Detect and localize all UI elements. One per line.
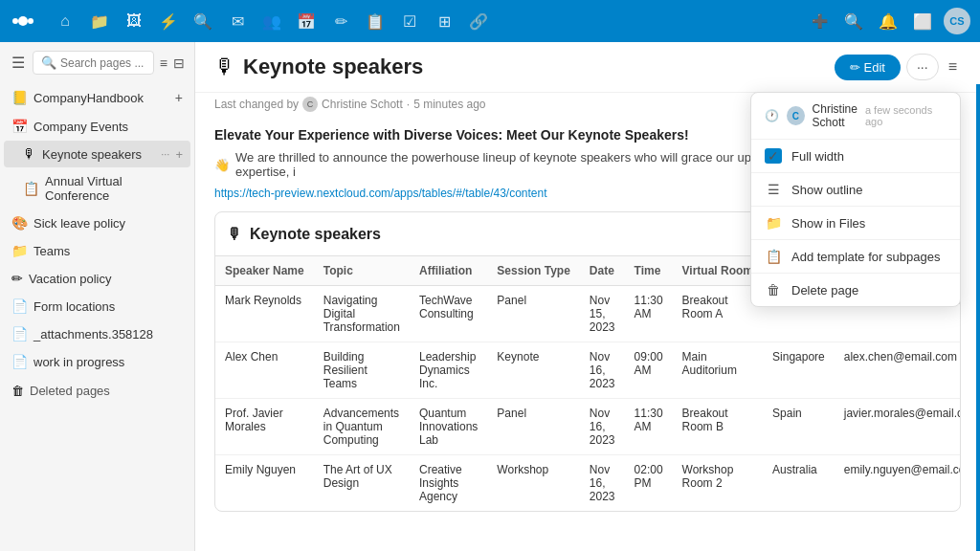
nav-search-icon[interactable]: 🔍 xyxy=(188,6,218,36)
edit-button-label: Edit xyxy=(864,60,885,75)
cell-8: javier.morales@email.com xyxy=(835,399,961,455)
dropdown-user-time: a few seconds ago xyxy=(865,104,947,127)
nav-mail-icon[interactable]: ✉ xyxy=(222,6,253,36)
sidebar-toggle-icon[interactable]: ☰ xyxy=(8,50,29,76)
sidebar-item-label: work in progress xyxy=(33,355,183,369)
sidebar-item-keynote-speakers[interactable]: 🎙 Keynote speakers ··· + xyxy=(4,141,190,167)
dropdown-full-width-label: Full width xyxy=(791,149,844,164)
cell-8: emily.nguyen@email.com xyxy=(835,455,961,512)
app-logo[interactable] xyxy=(8,6,38,36)
cell-1: Advancements in Quantum Computing xyxy=(314,399,410,455)
cell-0: Alex Chen xyxy=(215,342,314,399)
teams-icon: 📁 xyxy=(11,243,28,258)
sidebar-item-teams[interactable]: 📁 Teams xyxy=(4,237,190,264)
sidebar-sort-icon[interactable]: ≡ xyxy=(158,54,169,73)
nav-user-avatar[interactable]: CS xyxy=(942,6,972,36)
dropdown-item-show-in-files[interactable]: 📁 Show in Files xyxy=(751,207,960,239)
cell-6: Breakout Room A xyxy=(673,286,763,342)
nav-calendar-icon[interactable]: 📅 xyxy=(291,6,322,36)
pencil-icon: ✏ xyxy=(850,60,860,75)
cell-3: Keynote xyxy=(487,342,579,399)
options-dropdown: 🕐 C Christine Schott a few seconds ago ✓… xyxy=(750,92,961,307)
sidebar-item-label: Teams xyxy=(33,244,183,258)
sidebar-search-input[interactable] xyxy=(60,56,145,70)
col-date: Date xyxy=(580,256,625,286)
cell-5: 11:30 AM xyxy=(625,286,673,342)
nav-home-icon[interactable]: ⌂ xyxy=(50,6,80,36)
dropdown-item-full-width[interactable]: ✓ Full width xyxy=(751,140,960,172)
nav-files-icon[interactable]: 📁 xyxy=(84,6,115,36)
dropdown-user-avatar: C xyxy=(787,106,805,125)
nav-contacts-icon[interactable]: 👥 xyxy=(256,6,287,36)
nav-notes-icon[interactable]: ✏ xyxy=(325,6,356,36)
keynote-add-icon[interactable]: + xyxy=(175,147,183,162)
template-icon: 📋 xyxy=(765,249,782,264)
nav-grid-icon[interactable]: ⊞ xyxy=(429,6,459,36)
cell-2: Creative Insights Agency xyxy=(410,455,487,512)
nav-tasks-icon[interactable]: ☑ xyxy=(394,6,425,36)
notebook-icon: 📒 xyxy=(11,90,28,105)
col-virtual-room: Virtual Room xyxy=(673,256,763,286)
nav-link-icon[interactable]: 🔗 xyxy=(463,6,494,36)
cell-3: Panel xyxy=(487,399,579,455)
nav-search-right-icon[interactable]: 🔍 xyxy=(838,6,869,36)
more-options-button[interactable]: ··· xyxy=(906,54,939,80)
sidebar-item-work-in-progress[interactable]: 📄 work in progress xyxy=(4,348,190,375)
notebook-add-icon[interactable]: + xyxy=(175,90,183,105)
cell-2: TechWave Consulting xyxy=(410,286,487,342)
nav-notifications-icon[interactable]: 🔔 xyxy=(873,6,903,36)
cell-1: The Art of UX Design xyxy=(314,455,410,512)
dropdown-item-add-template[interactable]: 📋 Add template for subpages xyxy=(751,240,960,273)
sidebar-item-vacation-policy[interactable]: ✏ Vacation policy xyxy=(4,265,190,292)
dropdown-user-row: 🕐 C Christine Schott a few seconds ago xyxy=(751,93,960,140)
sidebar-item-label: Form locations xyxy=(33,299,183,314)
notebook-more-icon[interactable]: ··· xyxy=(160,91,169,104)
sidebar-action-icon[interactable]: ⊟ xyxy=(171,54,187,73)
folder-icon: 📁 xyxy=(765,215,782,231)
dropdown-item-delete-page[interactable]: 🗑 Delete page xyxy=(751,274,960,306)
cell-6: Workshop Room 2 xyxy=(673,455,763,512)
top-navigation: ⌂ 📁 🖼 ⚡ 🔍 ✉ 👥 📅 ✏ 📋 ☑ ⊞ 🔗 ➕ 🔍 🔔 ⬜ CS xyxy=(0,0,980,42)
nav-deck-icon[interactable]: 📋 xyxy=(360,6,390,36)
sidebar-item-form-locations[interactable]: 📄 Form locations xyxy=(4,293,190,320)
table-row: Prof. Javier MoralesAdvancements in Quan… xyxy=(215,399,961,455)
nav-activity-icon[interactable]: ⚡ xyxy=(153,6,184,36)
emoji-hand: 👋 xyxy=(214,158,230,172)
sidebar-item-label: Annual Virtual Conference xyxy=(45,174,183,203)
sidebar-search[interactable]: 🔍 xyxy=(33,51,154,75)
panel-toggle-button[interactable]: ≡ xyxy=(945,55,961,79)
last-changed-separator: · xyxy=(407,98,410,111)
sidebar-item-annual-conference[interactable]: 📋 Annual Virtual Conference xyxy=(4,168,190,209)
sidebar-notebook[interactable]: 📒 CompanyHandbook ··· + xyxy=(4,84,190,111)
sidebar-item-sick-leave[interactable]: 🎨 Sick leave policy xyxy=(4,209,190,236)
keynote-more-icon[interactable]: ··· xyxy=(161,148,169,160)
cell-4: Nov 15, 2023 xyxy=(580,286,625,342)
dropdown-item-show-outline[interactable]: ☰ Show outline xyxy=(751,173,960,206)
edit-button[interactable]: ✏ Edit xyxy=(835,55,901,80)
dropdown-show-in-files-label: Show in Files xyxy=(791,216,865,231)
col-topic: Topic xyxy=(314,256,410,286)
sidebar-item-company-events[interactable]: 📅 Company Events xyxy=(4,113,190,140)
cell-6: Main Auditorium xyxy=(673,342,763,399)
cell-2: Leadership Dynamics Inc. xyxy=(410,342,487,399)
nav-photos-icon[interactable]: 🖼 xyxy=(119,6,149,36)
nav-settings-icon[interactable]: ⬜ xyxy=(907,6,938,36)
company-events-icon: 📅 xyxy=(11,119,28,134)
sidebar-deleted-pages[interactable]: 🗑 Deleted pages xyxy=(0,376,194,406)
last-changed-prefix: Last changed by xyxy=(214,98,299,111)
sidebar-header-actions: ≡ ⊟ xyxy=(158,54,187,73)
table-title: 🎙 Keynote speakers xyxy=(227,226,761,243)
conference-icon: 📋 xyxy=(23,181,39,196)
col-time: Time xyxy=(625,256,673,286)
cell-5: 11:30 AM xyxy=(625,399,673,455)
sidebar: ☰ 🔍 ≡ ⊟ 📒 CompanyHandbook ··· + 📅 Compan… xyxy=(0,42,195,551)
author-name: Christine Schott xyxy=(322,98,403,111)
table-title-icon: 🎙 xyxy=(227,226,242,243)
col-affiliation: Affiliation xyxy=(410,256,487,286)
accent-bar xyxy=(976,84,980,551)
content-area: 🎙 Keynote speakers ✏ Edit ··· ≡ Last cha… xyxy=(195,42,980,551)
sidebar-item-attachments[interactable]: 📄 _attachments.358128 xyxy=(4,320,190,347)
nav-plus-icon[interactable]: ➕ xyxy=(804,6,835,36)
sidebar-notebook-label: CompanyHandbook xyxy=(33,91,154,105)
page-header: 🎙 Keynote speakers ✏ Edit ··· ≡ xyxy=(195,42,980,93)
